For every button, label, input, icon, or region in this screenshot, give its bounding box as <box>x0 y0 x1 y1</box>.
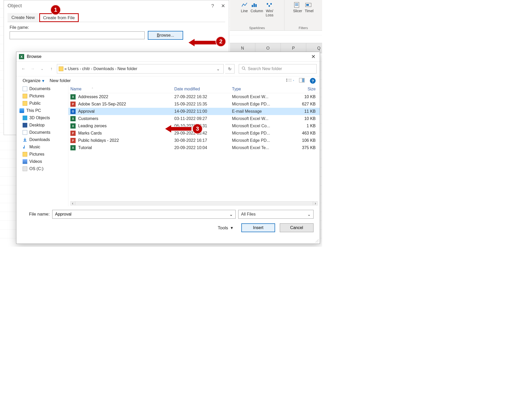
excel-app-icon: X <box>19 54 24 59</box>
file-list: Nameˆ Date modified Type Size XAddresses… <box>68 85 320 206</box>
file-name-dropdown-icon[interactable]: ⌄ <box>229 212 233 217</box>
tree-item[interactable]: Documents <box>16 129 68 136</box>
dialog-close-icon[interactable]: ✕ <box>221 3 225 9</box>
tree-item[interactable]: Documents <box>16 85 68 92</box>
chevron-right-icon: › <box>80 66 81 71</box>
sparkline-line-icon[interactable] <box>241 2 248 8</box>
svg-rect-4 <box>269 5 270 7</box>
help-icon[interactable]: ? <box>310 78 316 84</box>
sparkline-winloss-label[interactable]: Win/ Loss <box>266 9 274 17</box>
annotation-badge-1: 1 <box>50 5 61 15</box>
nav-forward-icon[interactable]: → <box>29 65 37 73</box>
crumb-item[interactable]: Users <box>68 66 79 71</box>
file-row[interactable]: XTutorial20-09-2022 10:04Microsoft Excel… <box>68 144 320 151</box>
svg-rect-17 <box>286 81 287 82</box>
file-type-icon: P <box>70 102 76 107</box>
sparklines-group-label: Sparklines <box>232 25 282 30</box>
browse-dialog-title: Browse <box>27 54 42 59</box>
crumb-item[interactable]: New folder <box>117 66 137 71</box>
search-input[interactable]: Search New folder <box>239 64 317 73</box>
file-row[interactable]: PAdobe Scan 15-Sep-202215-09-2022 15:35M… <box>68 101 320 108</box>
view-dropdown-icon[interactable]: ▾ <box>286 78 294 84</box>
browse-button[interactable]: Browse... <box>148 31 183 40</box>
type-dropdown-icon[interactable]: ⌄ <box>307 212 311 217</box>
svg-rect-5 <box>270 3 272 5</box>
crumb-dropdown-icon[interactable]: ⌄ <box>214 66 222 71</box>
slicer-label[interactable]: Slicer <box>293 9 302 13</box>
file-row[interactable]: OApproval14-09-2022 11:00E-mail Message1… <box>68 108 320 115</box>
filters-group-label: Filters <box>287 25 320 30</box>
tree-item[interactable]: OS (C:) <box>16 165 68 172</box>
navigation-tree[interactable]: DocumentsPicturesPublicThis PC3D Objects… <box>16 85 68 206</box>
svg-text:X: X <box>21 55 23 59</box>
organize-menu[interactable]: Organize▾ <box>23 78 44 84</box>
tab-create-new[interactable]: Create New <box>8 13 39 22</box>
tree-item[interactable]: 3D Objects <box>16 114 68 122</box>
sparkline-line-label[interactable]: Line <box>241 9 248 13</box>
tools-menu[interactable]: Tools▾ <box>218 225 233 231</box>
preview-pane-icon[interactable] <box>299 78 305 84</box>
file-row[interactable]: PPublic holidays - 202230-08-2022 16:17M… <box>68 137 320 144</box>
crumb-item[interactable]: Downloads <box>94 66 114 71</box>
col-type-header[interactable]: Type <box>232 87 281 91</box>
file-type-icon: X <box>70 116 76 121</box>
tree-item[interactable]: Desktop <box>16 122 68 129</box>
file-name-input[interactable] <box>10 31 145 39</box>
horizontal-scrollbar[interactable]: ‹ › <box>70 201 318 206</box>
browse-file-name-label: File name: <box>23 212 50 217</box>
timeline-label[interactable]: Timel <box>305 9 314 13</box>
crumb-item[interactable]: chitr <box>82 66 90 71</box>
tree-item[interactable]: Downloads <box>16 136 68 143</box>
file-row[interactable]: XCustomers03-11-2022 09:27Microsoft Exce… <box>68 115 320 122</box>
svg-rect-0 <box>252 5 253 7</box>
tree-item[interactable]: Pictures <box>16 151 68 158</box>
tree-item[interactable]: Music <box>16 143 68 151</box>
nav-recent-icon[interactable]: ⌄ <box>38 65 46 73</box>
nav-back-icon[interactable]: ← <box>19 65 27 73</box>
sparkline-column-icon[interactable] <box>251 2 258 8</box>
timeline-icon[interactable] <box>305 2 312 8</box>
svg-rect-10 <box>306 4 309 6</box>
search-icon <box>242 66 246 71</box>
col-name-header[interactable]: Nameˆ <box>70 87 174 91</box>
annotation-badge-3: 3 <box>192 124 203 134</box>
slicer-icon[interactable] <box>293 2 300 8</box>
search-placeholder: Search New folder <box>248 66 282 71</box>
file-type-icon: O <box>70 109 76 114</box>
browse-close-icon[interactable]: ✕ <box>310 53 317 60</box>
annotation-badge-2: 2 <box>216 36 226 47</box>
object-dialog-title: Object <box>8 3 22 9</box>
new-folder-button[interactable]: New folder <box>50 78 71 83</box>
sparkline-winloss-icon[interactable] <box>266 2 273 8</box>
col-date-header[interactable]: Date modified <box>174 87 232 91</box>
tree-item[interactable]: Public <box>16 100 68 107</box>
file-type-icon: P <box>70 131 76 136</box>
cancel-button[interactable]: Cancel <box>280 223 314 232</box>
browse-file-name-input[interactable]: Approval ⌄ <box>52 210 236 219</box>
svg-rect-16 <box>286 79 287 80</box>
svg-line-15 <box>244 69 245 70</box>
tree-item[interactable]: Pictures <box>16 92 68 100</box>
resize-grip-icon[interactable] <box>315 239 319 243</box>
sparkline-column-label[interactable]: Column <box>251 9 263 13</box>
tab-create-from-file[interactable]: Create from File <box>39 13 79 22</box>
svg-point-14 <box>242 67 245 69</box>
insert-button[interactable]: Insert <box>241 223 275 232</box>
file-type-filter[interactable]: All Files ⌄ <box>238 210 314 219</box>
scroll-left-icon[interactable]: ‹ <box>70 201 75 205</box>
refresh-icon[interactable]: ↻ <box>225 64 235 73</box>
file-type-icon: X <box>70 145 76 150</box>
scroll-right-icon[interactable]: › <box>313 201 318 205</box>
file-type-icon: P <box>70 138 76 143</box>
nav-up-icon[interactable]: ↑ <box>48 65 55 73</box>
chevron-right-icon: › <box>91 66 92 71</box>
dialog-help-icon[interactable]: ? <box>211 3 214 9</box>
file-row[interactable]: XAddresses 202227-09-2022 16:32Microsoft… <box>68 93 320 101</box>
breadcrumb[interactable]: « Users › chitr › Downloads › New folder… <box>57 64 224 73</box>
tree-item[interactable]: This PC <box>16 107 68 114</box>
svg-rect-1 <box>254 3 255 7</box>
file-type-icon: X <box>70 123 76 129</box>
col-size-header[interactable]: Size <box>281 87 318 91</box>
crumb-prefix: « <box>64 66 67 71</box>
tree-item[interactable]: Videos <box>16 158 68 165</box>
